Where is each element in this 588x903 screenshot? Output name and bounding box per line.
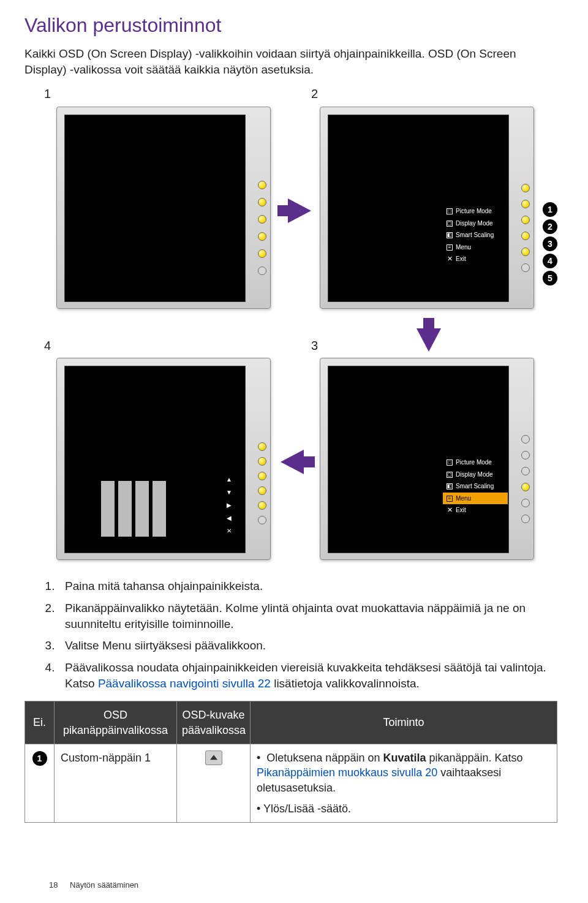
- menu-tab: [153, 481, 166, 537]
- step-4: Päävalikossa noudata ohjainpainikkeiden …: [61, 660, 557, 691]
- hotkey-name: Custom-näppäin 1: [55, 744, 177, 822]
- menu-icon: ≡: [447, 496, 453, 502]
- function-desc: • Oletuksena näppäin on Kuvatila pikanäp…: [251, 744, 557, 822]
- intro-text: Kaikki OSD (On Screen Display) -valikkoi…: [24, 46, 557, 77]
- page-number: 18: [49, 880, 58, 890]
- menu-tab: [135, 481, 149, 537]
- step-3b: Menu: [102, 639, 132, 652]
- menu-tab: [101, 481, 115, 537]
- arrow-left-icon: [281, 450, 304, 474]
- exit-icon: ✕: [447, 256, 453, 262]
- control-button: [258, 249, 266, 258]
- txt-bold: Kuvatila: [383, 752, 426, 764]
- step-4c: lisätietoja valikkovalinnoista.: [271, 677, 420, 690]
- osd-hotkey-menu: □Picture Mode ▢Display Mode ◧Smart Scali…: [443, 202, 508, 268]
- step-label-3: 3: [311, 338, 318, 354]
- callout-3: 3: [543, 236, 557, 251]
- control-button: [521, 184, 530, 192]
- step-label-4: 4: [44, 338, 51, 354]
- function-table: Ei. OSD pikanäppäinvalikossa OSD-kuvake …: [24, 701, 557, 823]
- control-button: [258, 457, 266, 466]
- osd-item: Smart Scaling: [456, 482, 494, 491]
- control-button: [258, 198, 266, 206]
- step-4-link[interactable]: Päävalikossa navigointi sivulla 22: [98, 677, 271, 690]
- arrow-right-icon: [288, 198, 311, 223]
- osd-item: Smart Scaling: [456, 231, 494, 240]
- control-button: [521, 435, 530, 444]
- control-button: [258, 215, 266, 224]
- step-3a: Valitse: [65, 639, 102, 652]
- col-ei: Ei.: [25, 701, 55, 744]
- smart-scaling-icon: ◧: [447, 232, 453, 238]
- menu-tab: [118, 481, 132, 537]
- power-button: [258, 516, 266, 524]
- main-menu-panel: [94, 474, 216, 544]
- left-key-icon: ◀: [224, 512, 235, 523]
- inline-link[interactable]: Pikanäppäimien muokkaus sivulla 20: [257, 766, 437, 779]
- nav-keypad: ▲ ▼ ▶ ◀ ✕: [224, 474, 235, 536]
- screen-1: [64, 115, 246, 302]
- txt: Oletuksena näppäin on: [266, 752, 383, 764]
- osd-item: Menu: [456, 494, 471, 503]
- col-osd-icon: OSD-kuvake päävalikossa: [177, 701, 251, 744]
- monitor-3: □Picture Mode ▢Display Mode ◧Smart Scali…: [320, 358, 534, 560]
- callout-1: 1: [543, 202, 557, 217]
- menu-icon: ≡: [447, 244, 453, 251]
- control-button: [258, 486, 266, 495]
- exit-icon: ✕: [447, 507, 453, 513]
- control-button: [521, 232, 530, 240]
- picture-mode-icon: □: [447, 459, 453, 466]
- page-title: Valikon perustoiminnot: [24, 12, 557, 39]
- col-osd-hotkey: OSD pikanäppäinvalikossa: [55, 701, 177, 744]
- page-footer: 18 Näytön säätäminen: [49, 880, 138, 891]
- power-button: [258, 266, 266, 275]
- osd-item: Menu: [456, 243, 471, 252]
- control-button: [521, 247, 530, 256]
- step-3c: siirtyäksesi päävalikkoon.: [131, 639, 266, 652]
- osd-item: Picture Mode: [456, 458, 492, 467]
- control-button: [521, 451, 530, 459]
- smart-scaling-icon: ◧: [447, 483, 453, 489]
- right-key-icon: ▶: [224, 499, 235, 510]
- step-1: Paina mitä tahansa ohjainpainikkeista.: [61, 578, 557, 594]
- callout-5: 5: [543, 271, 557, 285]
- callout-4: 4: [543, 254, 557, 268]
- monitor-4: ▲ ▼ ▶ ◀ ✕: [56, 358, 271, 560]
- control-button: [258, 472, 266, 480]
- power-button: [521, 515, 530, 523]
- control-button: [521, 483, 530, 491]
- arrow-down-icon: [417, 328, 441, 352]
- step-3: Valitse Menu siirtyäksesi päävalikkoon.: [61, 638, 557, 654]
- monitor-1: [56, 107, 271, 309]
- table-row: 1 Custom-näppäin 1 • Oletuksena näppäin …: [25, 744, 557, 822]
- osd-item: Display Mode: [456, 470, 493, 479]
- step-label-1: 1: [44, 86, 51, 102]
- power-button: [521, 263, 530, 272]
- col-function: Toiminto: [251, 701, 557, 744]
- picture-mode-icon: □: [447, 208, 453, 214]
- control-button: [258, 181, 266, 189]
- txt: Ylös/Lisää -säätö.: [263, 803, 351, 815]
- step-label-2: 2: [311, 86, 318, 102]
- monitor-2: □Picture Mode ▢Display Mode ◧Smart Scali…: [320, 107, 534, 309]
- osd-hotkey-menu-selected: □Picture Mode ▢Display Mode ◧Smart Scali…: [443, 453, 508, 520]
- control-button: [521, 467, 530, 475]
- steps-list: Paina mitä tahansa ohjainpainikkeista. P…: [24, 578, 557, 691]
- section-name: Näytön säätäminen: [70, 880, 138, 890]
- display-mode-icon: ▢: [447, 221, 453, 227]
- diagram-area: 1 2 4 3 □Picture Mode ▢Display Mode ◧Sma…: [24, 89, 557, 567]
- osd-item: Display Mode: [456, 219, 493, 228]
- control-button: [258, 232, 266, 241]
- osd-item: Exit: [456, 255, 466, 263]
- up-key-icon: ▲: [224, 474, 235, 485]
- step-2: Pikanäppäinvalikko näytetään. Kolme ylin…: [61, 600, 557, 632]
- down-key-icon: ▼: [224, 486, 235, 497]
- osd-item: Picture Mode: [456, 207, 492, 216]
- control-button: [258, 501, 266, 510]
- control-button: [521, 200, 530, 208]
- osd-item: Exit: [456, 506, 466, 515]
- control-button: [521, 499, 530, 507]
- control-button: [521, 216, 530, 224]
- control-button: [258, 442, 266, 451]
- row-num-icon: 1: [32, 751, 47, 766]
